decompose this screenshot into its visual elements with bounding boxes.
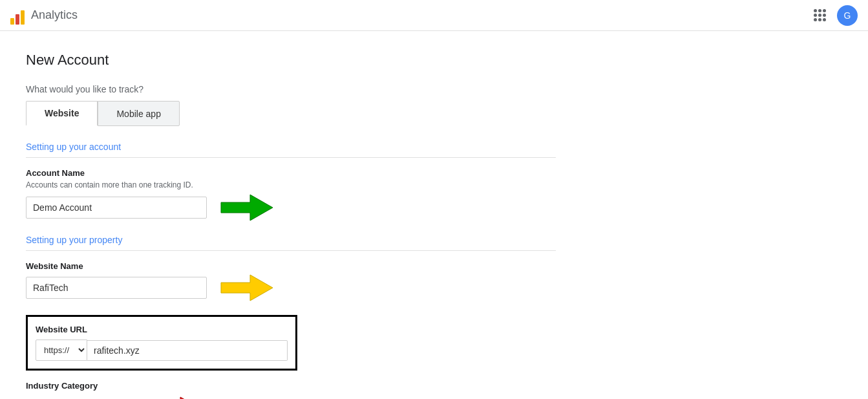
industry-label: Industry Category: [26, 381, 556, 391]
grid-dot: [814, 14, 817, 17]
header: Analytics G: [0, 0, 868, 31]
grid-dot: [814, 9, 817, 12]
protocol-select[interactable]: https:// http://: [36, 340, 87, 361]
track-type-selector: Website Mobile app: [26, 101, 556, 126]
website-url-label: Website URL: [36, 325, 288, 334]
account-name-row: [26, 193, 556, 222]
logo-bar2: [16, 14, 19, 25]
industry-group: Industry Category Other Arts & Entertain…: [26, 381, 556, 399]
main-content: New Account What would you like to track…: [0, 31, 582, 399]
avatar[interactable]: G: [837, 5, 858, 26]
website-name-group: Website Name: [26, 261, 556, 302]
website-tab[interactable]: Website: [26, 101, 98, 126]
grid-dot: [818, 14, 821, 17]
property-section-header: Setting up your property: [26, 235, 556, 251]
track-question: What would you like to track?: [26, 84, 556, 94]
url-row: https:// http://: [36, 340, 288, 361]
website-name-row: [26, 274, 556, 302]
grid-dot: [823, 14, 826, 17]
property-section: Setting up your property Website Name We…: [26, 235, 556, 399]
header-right: G: [814, 5, 858, 26]
website-name-input[interactable]: [26, 277, 207, 299]
account-section-header: Setting up your account: [26, 142, 556, 158]
svg-marker-1: [221, 275, 273, 301]
svg-marker-0: [221, 195, 273, 221]
grid-dot: [823, 9, 826, 12]
website-name-label: Website Name: [26, 261, 556, 271]
account-name-hint: Accounts can contain more than one track…: [26, 180, 556, 189]
grid-dot: [814, 18, 817, 21]
analytics-logo: [10, 6, 25, 25]
account-name-input[interactable]: [26, 197, 207, 219]
url-input[interactable]: [87, 340, 288, 361]
logo-bar1: [10, 18, 14, 25]
logo-bar3: [21, 10, 25, 25]
grid-dot: [818, 9, 821, 12]
website-url-box: Website URL https:// http://: [26, 315, 297, 371]
yellow-arrow-icon: [215, 274, 273, 302]
grid-dot: [823, 18, 826, 21]
account-name-label: Account Name: [26, 168, 556, 178]
app-title: Analytics: [31, 8, 78, 22]
green-arrow-icon: [215, 193, 273, 222]
mobile-app-tab[interactable]: Mobile app: [98, 101, 180, 126]
apps-grid-icon[interactable]: [814, 9, 827, 22]
header-left: Analytics: [10, 6, 78, 25]
industry-row: Other Arts & Entertainment Automotive Be…: [26, 396, 556, 399]
account-name-group: Account Name Accounts can contain more t…: [26, 168, 556, 222]
red-arrow-icon: [145, 396, 203, 399]
page-title: New Account: [26, 52, 556, 69]
grid-dot: [818, 18, 821, 21]
